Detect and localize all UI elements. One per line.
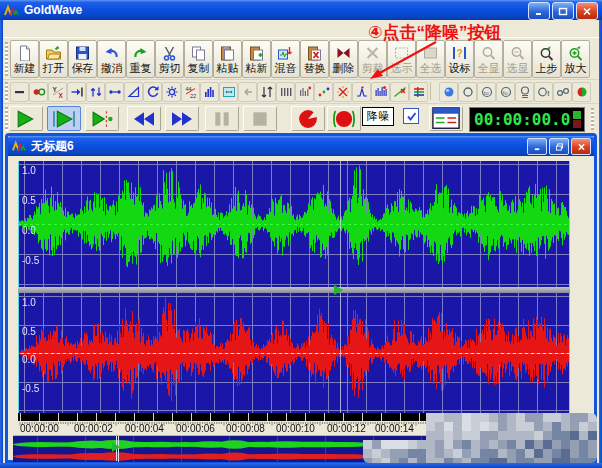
toolbar-button-copy[interactable]: 复制 (184, 40, 213, 78)
toolbar-button-select-all[interactable]: 全选 (416, 40, 445, 78)
toolbar-button-new[interactable]: 新建 (10, 40, 39, 78)
select-all-icon (422, 45, 440, 62)
effect-button-shift-left[interactable] (238, 82, 257, 102)
toolbar-button-show-selection[interactable]: 选显 (503, 40, 532, 78)
effect-button-device-link[interactable] (553, 82, 572, 102)
minimize-button[interactable] (528, 2, 550, 20)
effect-button-interpolate[interactable] (257, 82, 276, 102)
toolbar-button-paste[interactable]: 粘贴 (213, 40, 242, 78)
toolbar-gripper[interactable] (591, 108, 594, 130)
effect-button-fade[interactable] (124, 82, 143, 102)
effect-button-noise-reduction[interactable] (371, 82, 390, 102)
waveform-right-channel[interactable] (18, 293, 570, 413)
effect-button-equalizer[interactable] (409, 82, 428, 102)
transport-play-from-marker[interactable] (85, 106, 119, 131)
paste-new-icon (248, 45, 266, 62)
goldwave-logo-icon (12, 140, 27, 152)
effect-button-filter[interactable] (390, 82, 409, 102)
toolbar-button-select-view[interactable]: 选示 (387, 40, 416, 78)
toolbar-button-undo[interactable]: 撤消 (97, 40, 126, 78)
toolbar-button-trim[interactable]: 剪裁 (358, 40, 387, 78)
overview-marker-icon[interactable] (112, 442, 120, 452)
noise-reduction-checkbox[interactable] (403, 108, 419, 124)
filter-icon (393, 85, 407, 99)
transport-pause[interactable] (205, 106, 239, 131)
child-restore-button[interactable] (549, 138, 569, 155)
control-properties-button[interactable] (429, 106, 463, 131)
pitch-icon (317, 85, 331, 99)
effect-button-device[interactable] (458, 82, 477, 102)
transport-record-selection[interactable] (327, 106, 361, 131)
toolbar-button-show-all[interactable]: 全显 (474, 40, 503, 78)
toolbar-button-save[interactable]: 保存 (68, 40, 97, 78)
dynamics-icon (203, 85, 217, 99)
effect-button-silence[interactable] (295, 82, 314, 102)
toolbar-gripper[interactable] (5, 82, 8, 101)
toolbar-button-zoom-previous[interactable]: 上步 (532, 40, 561, 78)
toolbar-button-delete[interactable]: 删除 (329, 40, 358, 78)
transport-play[interactable] (9, 106, 43, 131)
silence-icon (298, 85, 312, 99)
effect-button-match-volume[interactable] (86, 82, 105, 102)
match-volume-icon (89, 85, 103, 99)
balance-icon (575, 85, 589, 99)
close-button[interactable] (576, 2, 598, 20)
mechanize-icon (165, 85, 179, 99)
effect-button-mechanize[interactable] (162, 82, 181, 102)
speed-to-icon: to (480, 85, 494, 99)
child-minimize-button[interactable] (527, 138, 547, 155)
effect-button-device-alert[interactable]: ! (534, 82, 553, 102)
effect-button-pop-click[interactable] (352, 82, 371, 102)
toolbar-button-set-marker[interactable]: ? 设标 (445, 40, 474, 78)
effects-toolbar: YX4422tofo! (3, 79, 599, 104)
effect-button-flatten[interactable] (10, 82, 29, 102)
effect-button-offset[interactable] (67, 82, 86, 102)
toolbar-button-paste-new[interactable]: 粘新 (242, 40, 271, 78)
toolbar-button-open[interactable]: 打开 (39, 40, 68, 78)
effect-button-resample[interactable]: 4422 (181, 82, 200, 102)
effect-button-balance[interactable] (572, 82, 591, 102)
toolbar-gripper[interactable] (5, 42, 8, 76)
playback-marker-icon[interactable] (334, 285, 343, 295)
effect-button-shape-volume[interactable] (105, 82, 124, 102)
effect-button-auto-trim[interactable] (276, 82, 295, 102)
device-sphere-icon (442, 85, 456, 99)
copy-icon (190, 45, 208, 62)
toolbar-gripper[interactable] (5, 107, 8, 131)
effect-button-doppler[interactable] (29, 82, 48, 102)
transport-record[interactable] (291, 106, 325, 131)
transport-play-selection[interactable] (47, 106, 81, 131)
effect-button-queue[interactable] (515, 82, 534, 102)
fast-forward-icon (169, 109, 195, 129)
effect-button-expression-evaluator[interactable]: YX (48, 82, 67, 102)
effect-button-dynamics[interactable] (200, 82, 219, 102)
effect-button-pitch[interactable] (314, 82, 333, 102)
svg-text:!: ! (547, 89, 550, 98)
child-close-button[interactable] (571, 138, 591, 155)
transport-stop[interactable] (243, 106, 277, 131)
effect-button-spike-removal[interactable] (333, 82, 352, 102)
censored-watermark-mosaic (363, 413, 597, 463)
effect-button-fit-window[interactable] (219, 82, 238, 102)
waveform-left-channel[interactable] (18, 161, 570, 287)
toolbar-button-zoom-in[interactable]: 放大 (561, 40, 590, 78)
status-led-red (573, 120, 581, 128)
toolbar-button-cut[interactable]: 剪切 (155, 40, 184, 78)
toolbar-button-replace[interactable]: 替换 (300, 40, 329, 78)
effect-button-speed-from[interactable]: fo (496, 82, 515, 102)
effect-button-device-sphere[interactable] (439, 82, 458, 102)
effect-button-speed-to[interactable]: to (477, 82, 496, 102)
maximize-button[interactable] (552, 2, 574, 20)
status-led-green (573, 111, 581, 119)
trim-icon (364, 45, 382, 62)
cut-icon (161, 45, 179, 62)
toolbar-button-mix[interactable]: 混音 (271, 40, 300, 78)
transport-fast-forward[interactable] (165, 106, 199, 131)
effect-button-reverse[interactable] (143, 82, 162, 102)
noise-reduction-tooltip: 降噪 (362, 107, 394, 126)
sound-window-title-bar[interactable]: 无标题6 (8, 136, 594, 156)
equalizer-icon (412, 85, 426, 99)
toolbar-button-redo[interactable]: 重复 (126, 40, 155, 78)
transport-rewind[interactable] (127, 106, 161, 131)
pop-click-icon (355, 85, 369, 99)
